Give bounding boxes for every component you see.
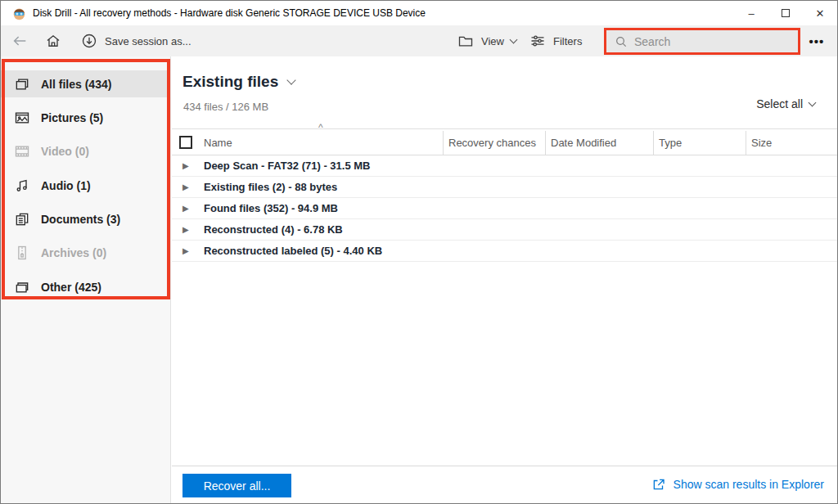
sidebar-categories: All files (434) Pictures (5) Video (0) A… (1, 56, 171, 504)
expand-row-icon[interactable]: ▶ (182, 246, 192, 255)
minimize-icon: – (748, 7, 754, 20)
filters-button[interactable]: Filters (529, 25, 582, 56)
sidebar-item-label: Other (425) (41, 281, 101, 294)
filters-label: Filters (553, 35, 582, 47)
table-header: Name ^ Recovery chances Date Modified Ty… (172, 128, 837, 155)
column-divider (545, 131, 546, 155)
search-placeholder: Search (634, 35, 670, 48)
table-row[interactable]: ▶ Deep Scan - FAT32 (71) - 31.5 MB (172, 155, 837, 177)
back-button[interactable] (11, 25, 29, 56)
expand-row-icon[interactable]: ▶ (182, 225, 192, 234)
save-session-icon (81, 33, 97, 49)
audio-icon (14, 178, 30, 194)
more-options-icon: ••• (809, 34, 825, 48)
sidebar-item-archives[interactable]: Archives (0) (1, 239, 171, 266)
expand-row-icon[interactable]: ▶ (182, 182, 192, 191)
documents-icon (14, 211, 30, 227)
select-all-dropdown[interactable]: Select all (756, 97, 815, 110)
column-divider (653, 131, 654, 155)
chevron-down-icon (510, 36, 518, 44)
chevron-down-icon (809, 99, 817, 107)
expand-row-icon[interactable]: ▶ (182, 204, 192, 213)
row-name: Found files (352) - 94.9 MB (204, 202, 338, 214)
row-name: Existing files (2) - 88 bytes (204, 181, 337, 193)
results-table: ▶ Deep Scan - FAT32 (71) - 31.5 MB ▶ Exi… (172, 155, 837, 262)
filters-icon (529, 33, 546, 49)
sidebar-item-documents[interactable]: Documents (3) (1, 205, 171, 232)
save-session-button[interactable]: Save session as... (81, 25, 191, 56)
sidebar-item-other[interactable]: Other (425) (1, 273, 171, 300)
window-title: Disk Drill - All recovery methods - Hard… (33, 7, 426, 19)
scan-category-dropdown[interactable]: Existing files (182, 73, 295, 91)
sidebar-item-all-files[interactable]: All files (434) (1, 70, 171, 97)
column-header-recovery-chances[interactable]: Recovery chances (448, 129, 536, 156)
all-files-icon (14, 76, 30, 92)
column-header-type[interactable]: Type (659, 129, 682, 156)
save-session-label: Save session as... (105, 35, 191, 47)
close-button[interactable]: ✕ (803, 1, 837, 25)
sidebar-item-label: Audio (1) (41, 179, 91, 192)
window-controls: – ✕ (734, 1, 837, 25)
search-input[interactable]: Search (604, 28, 800, 55)
sidebar-item-audio[interactable]: Audio (1) (1, 172, 171, 199)
sidebar-item-label: Documents (3) (41, 213, 120, 226)
select-all-checkbox[interactable] (179, 136, 192, 149)
sidebar-item-label: Archives (0) (41, 246, 106, 259)
row-name: Reconstructed labeled (5) - 4.40 KB (204, 245, 382, 257)
sidebar-item-label: All files (434) (41, 78, 111, 91)
sidebar-item-video[interactable]: Video (0) (1, 137, 171, 164)
maximize-icon (782, 9, 790, 17)
pictures-icon (14, 110, 30, 126)
row-name: Reconstructed (4) - 6.78 KB (204, 223, 343, 236)
main-panel: Existing files 434 files / 126 MB Select… (172, 56, 837, 503)
external-link-icon (651, 477, 666, 492)
back-arrow-icon (11, 32, 29, 50)
home-button[interactable] (45, 25, 61, 56)
sidebar-item-pictures[interactable]: Pictures (5) (1, 104, 171, 131)
table-row[interactable]: ▶ Found files (352) - 94.9 MB (172, 198, 837, 219)
column-header-name[interactable]: Name (204, 129, 232, 156)
folder-icon (457, 33, 474, 49)
maximize-button[interactable] (768, 1, 803, 25)
select-all-label: Select all (756, 97, 803, 110)
more-options-button[interactable]: ••• (803, 25, 831, 56)
footer-bar: Recover all... Show scan results in Expl… (172, 466, 837, 504)
app-window: Disk Drill - All recovery methods - Hard… (0, 0, 838, 504)
chevron-down-icon (287, 75, 296, 84)
title-bar: Disk Drill - All recovery methods - Hard… (1, 1, 837, 25)
row-name: Deep Scan - FAT32 (71) - 31.5 MB (204, 160, 371, 172)
archives-icon (14, 245, 30, 261)
view-button[interactable]: View (457, 25, 516, 56)
files-summary: 434 files / 126 MB (183, 101, 268, 113)
column-divider (443, 131, 444, 155)
expand-row-icon[interactable]: ▶ (182, 161, 192, 170)
search-icon (615, 35, 628, 48)
page-title: Existing files (182, 73, 278, 91)
minimize-button[interactable]: – (734, 1, 768, 25)
view-label: View (481, 35, 504, 47)
home-icon (45, 33, 61, 49)
video-icon (14, 143, 30, 160)
recover-all-button[interactable]: Recover all... (182, 474, 291, 497)
close-icon: ✕ (816, 7, 825, 20)
toolbar: Save session as... View Filters Search •… (1, 25, 837, 56)
sidebar-item-label: Video (0) (41, 145, 89, 158)
table-row[interactable]: ▶ Existing files (2) - 88 bytes (172, 177, 837, 198)
column-header-size[interactable]: Size (751, 129, 772, 156)
table-row[interactable]: ▶ Reconstructed labeled (5) - 4.40 KB (172, 241, 837, 262)
show-in-explorer-label: Show scan results in Explorer (674, 478, 824, 491)
other-icon (14, 279, 30, 295)
column-divider (746, 131, 746, 155)
show-in-explorer-link[interactable]: Show scan results in Explorer (651, 477, 824, 492)
disk-drill-app-icon (12, 7, 26, 20)
sort-ascending-icon: ^ (318, 122, 323, 133)
sidebar-item-label: Pictures (5) (41, 111, 103, 124)
table-row[interactable]: ▶ Reconstructed (4) - 6.78 KB (172, 219, 837, 241)
column-header-date-modified[interactable]: Date Modified (551, 129, 616, 156)
